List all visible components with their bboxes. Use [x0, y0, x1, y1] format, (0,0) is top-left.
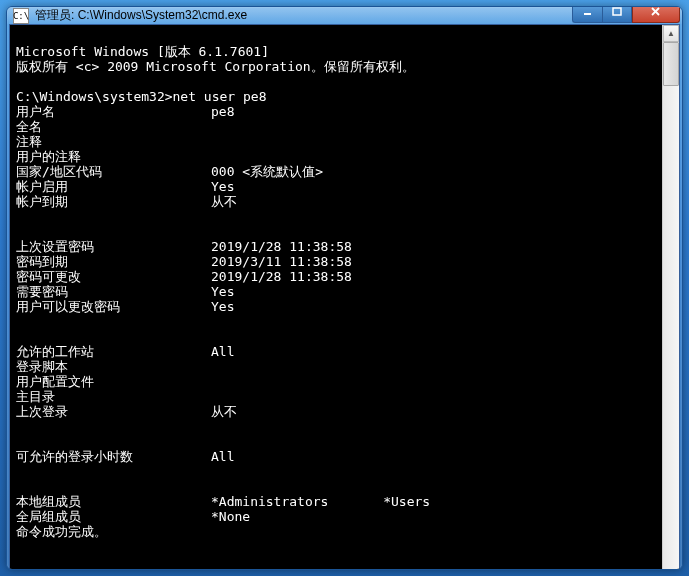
field-row: 用户配置文件: [16, 374, 656, 389]
blank-line: [16, 419, 656, 434]
field-label: 主目录: [16, 389, 211, 404]
field-label: 帐户启用: [16, 179, 211, 194]
field-value: [211, 359, 656, 374]
window-controls: [572, 6, 680, 23]
field-value: [211, 374, 656, 389]
field-row: 上次登录从不: [16, 404, 656, 419]
field-value: [211, 149, 656, 164]
field-row: 主目录: [16, 389, 656, 404]
console-output[interactable]: Microsoft Windows [版本 6.1.7601] 版权所有 <c>…: [10, 25, 662, 570]
field-label: 全名: [16, 119, 211, 134]
field-row: 帐户到期从不: [16, 194, 656, 209]
field-label: 用户名: [16, 104, 211, 119]
field-value: 2019/1/28 11:38:58: [211, 269, 656, 284]
field-value: 2019/1/28 11:38:58: [211, 239, 656, 254]
success-line: 命令成功完成。: [16, 524, 107, 539]
blank-line: [16, 314, 656, 329]
field-label: 密码到期: [16, 254, 211, 269]
field-value: 从不: [211, 404, 656, 419]
header-line: 版权所有 <c> 2009 Microsoft Corporation。保留所有…: [16, 59, 415, 74]
field-value: 从不: [211, 194, 656, 209]
field-row: 注释: [16, 134, 656, 149]
field-value: *Administrators *Users: [211, 494, 656, 509]
field-row: 上次设置密码2019/1/28 11:38:58: [16, 239, 656, 254]
field-value: [211, 389, 656, 404]
field-value: 000 <系统默认值>: [211, 164, 656, 179]
cmd-window: C:\ 管理员: C:\Windows\System32\cmd.exe Mic…: [6, 6, 683, 570]
field-row: 需要密码Yes: [16, 284, 656, 299]
field-label: 可允许的登录小时数: [16, 449, 211, 464]
blank-line: [16, 464, 656, 479]
cmd-icon: C:\: [13, 8, 29, 24]
prompt-path: C:\Windows\system32>: [16, 89, 173, 104]
field-row: 帐户启用Yes: [16, 179, 656, 194]
field-row: 用户可以更改密码Yes: [16, 299, 656, 314]
field-row: 全局组成员*None: [16, 509, 656, 524]
minimize-button[interactable]: [572, 6, 602, 23]
field-label: 注释: [16, 134, 211, 149]
field-label: 用户可以更改密码: [16, 299, 211, 314]
field-label: 国家/地区代码: [16, 164, 211, 179]
field-value: Yes: [211, 299, 656, 314]
field-row: 允许的工作站All: [16, 344, 656, 359]
scrollbar[interactable]: ▲ ▼: [662, 25, 679, 570]
field-value: Yes: [211, 284, 656, 299]
field-row: 用户的注释: [16, 149, 656, 164]
field-value: All: [211, 344, 656, 359]
field-label: 全局组成员: [16, 509, 211, 524]
blank-line: [16, 209, 656, 224]
field-label: 密码可更改: [16, 269, 211, 284]
field-value: All: [211, 449, 656, 464]
scroll-up-button[interactable]: ▲: [663, 25, 679, 42]
field-label: 上次登录: [16, 404, 211, 419]
field-label: 帐户到期: [16, 194, 211, 209]
field-row: 可允许的登录小时数All: [16, 449, 656, 464]
prompt-path: C:\Windows\system32>: [16, 569, 173, 570]
field-row: 本地组成员*Administrators *Users: [16, 494, 656, 509]
field-label: 登录脚本: [16, 359, 211, 374]
field-value: [211, 119, 656, 134]
field-label: 本地组成员: [16, 494, 211, 509]
field-row: 用户名pe8: [16, 104, 656, 119]
field-value: [211, 134, 656, 149]
field-label: 用户的注释: [16, 149, 211, 164]
command-text: net user pe8: [173, 89, 267, 104]
field-row: 全名: [16, 119, 656, 134]
field-value: pe8: [211, 104, 656, 119]
header-line: Microsoft Windows [版本 6.1.7601]: [16, 44, 269, 59]
client-area: Microsoft Windows [版本 6.1.7601] 版权所有 <c>…: [9, 24, 680, 570]
scroll-track[interactable]: [663, 42, 679, 570]
field-row: 密码可更改2019/1/28 11:38:58: [16, 269, 656, 284]
field-value: 2019/3/11 11:38:58: [211, 254, 656, 269]
field-label: 需要密码: [16, 284, 211, 299]
field-row: 国家/地区代码000 <系统默认值>: [16, 164, 656, 179]
svg-rect-1: [613, 8, 621, 15]
titlebar[interactable]: C:\ 管理员: C:\Windows\System32\cmd.exe: [7, 7, 682, 24]
field-row: 密码到期2019/3/11 11:38:58: [16, 254, 656, 269]
scroll-thumb[interactable]: [663, 42, 679, 86]
window-title: 管理员: C:\Windows\System32\cmd.exe: [35, 7, 572, 24]
field-label: 允许的工作站: [16, 344, 211, 359]
close-button[interactable]: [632, 6, 680, 23]
field-value: *None: [211, 509, 656, 524]
field-label: 用户配置文件: [16, 374, 211, 389]
field-row: 登录脚本: [16, 359, 656, 374]
field-label: 上次设置密码: [16, 239, 211, 254]
maximize-button[interactable]: [602, 6, 632, 23]
field-value: Yes: [211, 179, 656, 194]
